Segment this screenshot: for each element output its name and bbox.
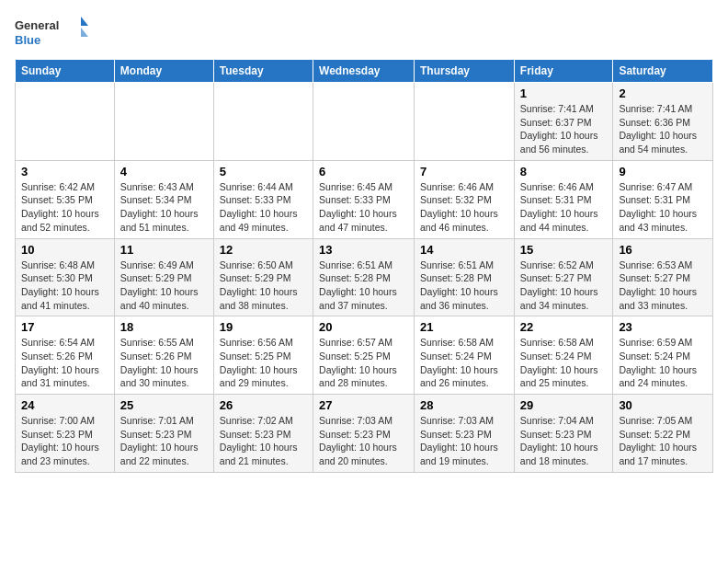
day-info: Sunrise: 6:59 AMSunset: 5:24 PMDaylight:… — [619, 336, 707, 390]
calendar-cell: 24Sunrise: 7:00 AMSunset: 5:23 PMDayligh… — [16, 395, 115, 473]
calendar-week-0: 1Sunrise: 7:41 AMSunset: 6:37 PMDaylight… — [16, 83, 713, 161]
calendar-cell: 4Sunrise: 6:43 AMSunset: 5:34 PMDaylight… — [114, 160, 213, 238]
calendar-cell: 27Sunrise: 7:03 AMSunset: 5:23 PMDayligh… — [313, 395, 415, 473]
header-day-monday: Monday — [114, 60, 213, 83]
day-number: 3 — [21, 165, 108, 178]
day-info: Sunrise: 6:45 AMSunset: 5:33 PMDaylight:… — [319, 180, 408, 235]
calendar-cell: 3Sunrise: 6:42 AMSunset: 5:35 PMDaylight… — [16, 160, 115, 238]
calendar-cell: 8Sunrise: 6:46 AMSunset: 5:31 PMDaylight… — [514, 160, 613, 238]
calendar-cell — [213, 83, 313, 161]
svg-marker-3 — [81, 28, 88, 37]
svg-text:Blue: Blue — [15, 33, 40, 47]
day-info: Sunrise: 7:41 AMSunset: 6:36 PMDaylight:… — [619, 102, 707, 156]
calendar-week-1: 3Sunrise: 6:42 AMSunset: 5:35 PMDaylight… — [16, 160, 713, 238]
calendar-cell: 26Sunrise: 7:02 AMSunset: 5:23 PMDayligh… — [213, 395, 313, 473]
calendar-cell: 19Sunrise: 6:56 AMSunset: 5:25 PMDayligh… — [213, 316, 313, 395]
calendar-cell: 15Sunrise: 6:52 AMSunset: 5:27 PMDayligh… — [514, 238, 613, 316]
header-day-tuesday: Tuesday — [213, 60, 313, 83]
day-info: Sunrise: 6:48 AMSunset: 5:30 PMDaylight:… — [21, 259, 108, 313]
header-day-wednesday: Wednesday — [313, 60, 415, 83]
calendar-cell: 22Sunrise: 6:58 AMSunset: 5:24 PMDayligh… — [514, 316, 613, 395]
day-number: 9 — [619, 165, 707, 178]
calendar-cell — [313, 83, 415, 161]
day-number: 21 — [420, 320, 508, 334]
day-number: 14 — [420, 243, 508, 257]
day-info: Sunrise: 6:58 AMSunset: 5:24 PMDaylight:… — [520, 336, 608, 390]
calendar-cell: 12Sunrise: 6:50 AMSunset: 5:29 PMDayligh… — [213, 238, 313, 316]
day-info: Sunrise: 7:04 AMSunset: 5:23 PMDaylight:… — [520, 414, 608, 468]
header-day-thursday: Thursday — [415, 60, 515, 83]
day-info: Sunrise: 7:03 AMSunset: 5:23 PMDaylight:… — [319, 414, 408, 468]
day-number: 30 — [619, 398, 707, 412]
day-number: 22 — [520, 320, 608, 334]
calendar-cell: 20Sunrise: 6:57 AMSunset: 5:25 PMDayligh… — [313, 316, 415, 395]
day-info: Sunrise: 6:49 AMSunset: 5:29 PMDaylight:… — [120, 259, 208, 313]
day-number: 15 — [520, 243, 608, 257]
calendar-cell: 9Sunrise: 6:47 AMSunset: 5:31 PMDaylight… — [613, 160, 713, 238]
svg-text:General: General — [15, 18, 59, 32]
calendar-week-3: 17Sunrise: 6:54 AMSunset: 5:26 PMDayligh… — [16, 316, 713, 395]
day-number: 29 — [520, 398, 608, 412]
logo: General Blue — [15, 15, 88, 52]
day-number: 8 — [520, 165, 608, 178]
calendar-cell: 11Sunrise: 6:49 AMSunset: 5:29 PMDayligh… — [114, 238, 213, 316]
day-number: 13 — [319, 243, 408, 257]
day-number: 23 — [619, 320, 707, 334]
day-number: 2 — [619, 86, 707, 100]
logo-svg: General Blue — [15, 15, 88, 52]
calendar-cell: 2Sunrise: 7:41 AMSunset: 6:36 PMDaylight… — [613, 83, 713, 161]
day-number: 6 — [319, 165, 408, 178]
day-info: Sunrise: 6:52 AMSunset: 5:27 PMDaylight:… — [520, 259, 608, 313]
svg-marker-2 — [81, 17, 88, 26]
day-info: Sunrise: 6:43 AMSunset: 5:34 PMDaylight:… — [120, 180, 208, 235]
calendar-cell — [415, 83, 515, 161]
day-info: Sunrise: 7:05 AMSunset: 5:22 PMDaylight:… — [619, 414, 707, 468]
calendar-cell: 7Sunrise: 6:46 AMSunset: 5:32 PMDaylight… — [415, 160, 515, 238]
calendar-cell: 23Sunrise: 6:59 AMSunset: 5:24 PMDayligh… — [613, 316, 713, 395]
day-info: Sunrise: 6:57 AMSunset: 5:25 PMDaylight:… — [319, 336, 408, 390]
calendar-cell: 21Sunrise: 6:58 AMSunset: 5:24 PMDayligh… — [415, 316, 515, 395]
day-info: Sunrise: 6:51 AMSunset: 5:28 PMDaylight:… — [319, 259, 408, 313]
calendar-table: SundayMondayTuesdayWednesdayThursdayFrid… — [15, 59, 713, 473]
day-number: 26 — [220, 398, 307, 412]
day-number: 19 — [220, 320, 307, 334]
calendar-cell: 17Sunrise: 6:54 AMSunset: 5:26 PMDayligh… — [16, 316, 115, 395]
day-number: 10 — [21, 243, 108, 257]
day-info: Sunrise: 6:58 AMSunset: 5:24 PMDaylight:… — [420, 336, 508, 390]
day-number: 1 — [520, 86, 608, 100]
day-number: 16 — [619, 243, 707, 257]
day-info: Sunrise: 6:47 AMSunset: 5:31 PMDaylight:… — [619, 180, 707, 235]
day-info: Sunrise: 6:53 AMSunset: 5:27 PMDaylight:… — [619, 259, 707, 313]
calendar-cell: 29Sunrise: 7:04 AMSunset: 5:23 PMDayligh… — [514, 395, 613, 473]
day-info: Sunrise: 6:55 AMSunset: 5:26 PMDaylight:… — [120, 336, 208, 390]
calendar-cell: 10Sunrise: 6:48 AMSunset: 5:30 PMDayligh… — [16, 238, 115, 316]
calendar-cell — [114, 83, 213, 161]
calendar-cell: 28Sunrise: 7:03 AMSunset: 5:23 PMDayligh… — [415, 395, 515, 473]
header-row: SundayMondayTuesdayWednesdayThursdayFrid… — [16, 60, 713, 83]
calendar-cell: 30Sunrise: 7:05 AMSunset: 5:22 PMDayligh… — [613, 395, 713, 473]
calendar-cell: 14Sunrise: 6:51 AMSunset: 5:28 PMDayligh… — [415, 238, 515, 316]
day-number: 17 — [21, 320, 108, 334]
day-number: 20 — [319, 320, 408, 334]
day-info: Sunrise: 7:02 AMSunset: 5:23 PMDaylight:… — [220, 414, 307, 468]
day-info: Sunrise: 6:44 AMSunset: 5:33 PMDaylight:… — [220, 180, 307, 235]
calendar-cell: 1Sunrise: 7:41 AMSunset: 6:37 PMDaylight… — [514, 83, 613, 161]
day-number: 7 — [420, 165, 508, 178]
calendar-week-4: 24Sunrise: 7:00 AMSunset: 5:23 PMDayligh… — [16, 395, 713, 473]
day-info: Sunrise: 6:54 AMSunset: 5:26 PMDaylight:… — [21, 336, 108, 390]
calendar-cell: 18Sunrise: 6:55 AMSunset: 5:26 PMDayligh… — [114, 316, 213, 395]
day-info: Sunrise: 6:46 AMSunset: 5:32 PMDaylight:… — [420, 180, 508, 235]
day-number: 11 — [120, 243, 208, 257]
calendar-cell: 16Sunrise: 6:53 AMSunset: 5:27 PMDayligh… — [613, 238, 713, 316]
day-info: Sunrise: 7:01 AMSunset: 5:23 PMDaylight:… — [120, 414, 208, 468]
day-number: 18 — [120, 320, 208, 334]
calendar-header: SundayMondayTuesdayWednesdayThursdayFrid… — [16, 60, 713, 83]
calendar-cell: 13Sunrise: 6:51 AMSunset: 5:28 PMDayligh… — [313, 238, 415, 316]
day-info: Sunrise: 7:00 AMSunset: 5:23 PMDaylight:… — [21, 414, 108, 468]
day-number: 27 — [319, 398, 408, 412]
day-number: 25 — [120, 398, 208, 412]
day-number: 4 — [120, 165, 208, 178]
calendar-cell: 25Sunrise: 7:01 AMSunset: 5:23 PMDayligh… — [114, 395, 213, 473]
calendar-cell: 6Sunrise: 6:45 AMSunset: 5:33 PMDaylight… — [313, 160, 415, 238]
day-info: Sunrise: 7:41 AMSunset: 6:37 PMDaylight:… — [520, 102, 608, 156]
